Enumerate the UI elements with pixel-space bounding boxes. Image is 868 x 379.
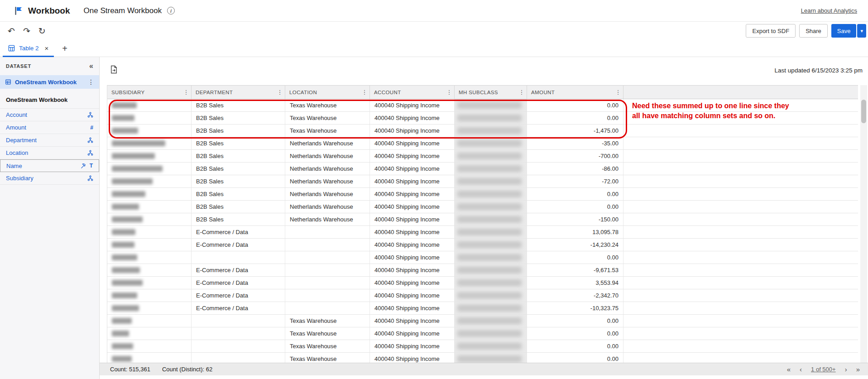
cell-mh-subclass[interactable] — [455, 112, 527, 124]
cell-mh-subclass[interactable] — [455, 125, 527, 137]
cell-location[interactable]: Texas Warehouse — [285, 327, 370, 340]
cell-department[interactable]: E-Commerce / Data — [192, 302, 285, 314]
cell-location[interactable] — [285, 289, 370, 302]
cell-amount[interactable]: -700.00 — [527, 150, 623, 162]
refresh-icon[interactable]: ↻ — [38, 27, 46, 35]
cell-subsidiary[interactable] — [107, 251, 192, 264]
cell-department[interactable]: E-Commerce / Data — [192, 239, 285, 251]
cell-account[interactable]: 400040 Shipping Income — [370, 188, 455, 200]
cell-account[interactable]: 400040 Shipping Income — [370, 137, 455, 149]
cell-amount[interactable]: 0.00 — [527, 353, 623, 363]
cell-subsidiary[interactable] — [107, 175, 192, 187]
cell-location[interactable]: Texas Warehouse — [285, 315, 370, 327]
cell-location[interactable]: Texas Warehouse — [285, 353, 370, 363]
cell-account[interactable]: 400040 Shipping Income — [370, 213, 455, 225]
cell-location[interactable] — [285, 302, 370, 314]
cell-account[interactable]: 400040 Shipping Income — [370, 99, 455, 111]
first-page-button[interactable]: « — [787, 366, 791, 373]
cell-location[interactable]: Texas Warehouse — [285, 112, 370, 124]
cell-account[interactable]: 400040 Shipping Income — [370, 315, 455, 327]
cell-subsidiary[interactable] — [107, 188, 192, 200]
cell-mh-subclass[interactable] — [455, 277, 527, 289]
cell-mh-subclass[interactable] — [455, 239, 527, 251]
cell-amount[interactable]: 0.00 — [527, 251, 623, 264]
cell-department[interactable]: E-Commerce / Data — [192, 226, 285, 238]
cell-amount[interactable]: 0.00 — [527, 201, 623, 213]
cell-account[interactable]: 400040 Shipping Income — [370, 353, 455, 363]
cell-account[interactable]: 400040 Shipping Income — [370, 289, 455, 302]
cell-location[interactable]: Texas Warehouse — [285, 99, 370, 111]
cell-mh-subclass[interactable] — [455, 213, 527, 225]
cell-location[interactable]: Netherlands Warehouse — [285, 137, 370, 149]
cell-subsidiary[interactable] — [107, 302, 192, 314]
vertical-scrollbar[interactable] — [860, 85, 867, 363]
cell-location[interactable]: Netherlands Warehouse — [285, 213, 370, 225]
cell-amount[interactable]: 3,553.94 — [527, 277, 623, 289]
export-to-sdf-button[interactable]: Export to SDF — [746, 24, 796, 38]
cell-amount[interactable]: -72.00 — [527, 175, 623, 187]
cell-amount[interactable]: -14,230.24 — [527, 239, 623, 251]
cell-department[interactable]: B2B Sales — [192, 125, 285, 137]
collapse-panel-icon[interactable]: « — [89, 62, 93, 70]
cell-location[interactable]: Netherlands Warehouse — [285, 201, 370, 213]
save-button[interactable]: Save — [831, 24, 857, 38]
cell-amount[interactable]: 0.00 — [527, 340, 623, 352]
column-header-subsidiary[interactable]: SUBSIDIARY ⋮ — [107, 86, 192, 99]
cell-account[interactable]: 400040 Shipping Income — [370, 201, 455, 213]
cell-subsidiary[interactable] — [107, 163, 192, 175]
cell-department[interactable]: B2B Sales — [192, 213, 285, 225]
cell-subsidiary[interactable] — [107, 327, 192, 340]
cell-subsidiary[interactable] — [107, 226, 192, 238]
cell-department[interactable]: E-Commerce / Data — [192, 277, 285, 289]
cell-location[interactable] — [285, 277, 370, 289]
column-menu-icon[interactable]: ⋮ — [519, 89, 525, 96]
prev-page-button[interactable]: ‹ — [800, 366, 802, 373]
cell-amount[interactable]: 0.00 — [527, 99, 623, 111]
cell-mh-subclass[interactable] — [455, 315, 527, 327]
cell-account[interactable]: 400040 Shipping Income — [370, 163, 455, 175]
cell-mh-subclass[interactable] — [455, 175, 527, 187]
info-icon[interactable]: i — [167, 7, 175, 14]
column-menu-icon[interactable]: ⋮ — [362, 89, 368, 96]
cell-account[interactable]: 400040 Shipping Income — [370, 327, 455, 340]
cell-department[interactable] — [192, 251, 285, 264]
cell-mh-subclass[interactable] — [455, 163, 527, 175]
cell-amount[interactable]: -10,323.75 — [527, 302, 623, 314]
workbook-title[interactable]: One Stream Workbook — [84, 6, 162, 15]
cell-account[interactable]: 400040 Shipping Income — [370, 150, 455, 162]
cell-subsidiary[interactable] — [107, 239, 192, 251]
column-menu-icon[interactable]: ⋮ — [183, 89, 189, 96]
sidebar-field-location[interactable]: Location — [0, 147, 99, 159]
sidebar-field-name[interactable]: Name T — [0, 159, 99, 172]
cell-amount[interactable]: 13,095.78 — [527, 226, 623, 238]
cell-department[interactable]: B2B Sales — [192, 201, 285, 213]
cell-account[interactable]: 400040 Shipping Income — [370, 175, 455, 187]
cell-mh-subclass[interactable] — [455, 150, 527, 162]
cell-subsidiary[interactable] — [107, 340, 192, 352]
cell-department[interactable] — [192, 340, 285, 352]
close-tab-icon[interactable]: × — [45, 45, 49, 52]
cell-department[interactable]: B2B Sales — [192, 137, 285, 149]
scrollbar-thumb[interactable] — [861, 100, 866, 123]
cell-location[interactable]: Netherlands Warehouse — [285, 175, 370, 187]
cell-mh-subclass[interactable] — [455, 137, 527, 149]
sidebar-field-amount[interactable]: Amount # — [0, 121, 99, 134]
cell-subsidiary[interactable] — [107, 353, 192, 363]
cell-mh-subclass[interactable] — [455, 289, 527, 302]
cell-amount[interactable]: -150.00 — [527, 213, 623, 225]
cell-amount[interactable]: -9,671.53 — [527, 264, 623, 276]
undo-icon[interactable]: ↶ — [8, 27, 15, 35]
cell-account[interactable]: 400040 Shipping Income — [370, 251, 455, 264]
cell-account[interactable]: 400040 Shipping Income — [370, 264, 455, 276]
cell-mh-subclass[interactable] — [455, 327, 527, 340]
cell-subsidiary[interactable] — [107, 277, 192, 289]
cell-mh-subclass[interactable] — [455, 264, 527, 276]
cell-department[interactable] — [192, 353, 285, 363]
cell-location[interactable] — [285, 226, 370, 238]
page-indicator[interactable]: 1 of 500+ — [811, 366, 836, 373]
cell-mh-subclass[interactable] — [455, 353, 527, 363]
cell-subsidiary[interactable] — [107, 289, 192, 302]
sidebar-field-department[interactable]: Department — [0, 134, 99, 147]
cell-subsidiary[interactable] — [107, 213, 192, 225]
cell-mh-subclass[interactable] — [455, 201, 527, 213]
